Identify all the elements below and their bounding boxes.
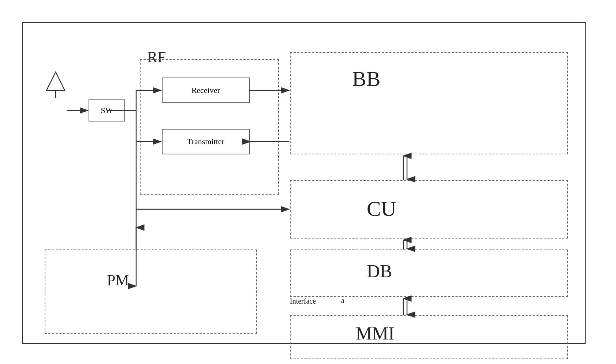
pm-section [45,249,257,334]
mmi-section [290,315,568,359]
db-label: DB [367,260,392,282]
db-section [290,249,568,297]
transmitter-label: Transmitter [187,137,224,146]
bb-label: BB [352,67,380,91]
receiver-label: Receiver [191,86,220,95]
pm-label: PM [107,271,129,289]
antenna-symbol [45,70,67,100]
bb-section [290,52,568,154]
receiver-box: Receiver [162,78,250,103]
sw-label: SW [101,106,113,115]
interface-label: Interface [290,297,316,305]
sw-box: SW [89,100,125,121]
interface-a-label: a [341,296,344,305]
cu-section [290,180,568,239]
svg-marker-0 [46,72,65,90]
cu-label: CU [367,196,396,221]
main-diagram: SW RF Receiver Transmitter BB CU DB MMI … [22,22,586,344]
transmitter-box: Transmitter [162,129,250,154]
mmi-label: MMI [356,323,395,344]
